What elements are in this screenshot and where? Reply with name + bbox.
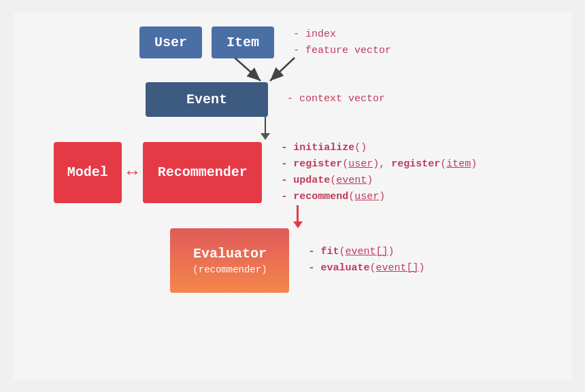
model-box: Model (54, 142, 122, 203)
rec-ann-3: - update(event) (281, 173, 477, 189)
rec-ann-3-kw: - update (281, 175, 330, 186)
arrow-event-to-recommender (261, 117, 270, 140)
diagonal-arrows-svg (197, 56, 333, 85)
eval-ann-2: - evaluate(event[]) (308, 260, 424, 277)
arrow-recommender-to-evaluator (293, 205, 303, 228)
eval-ann-2-kw: - evaluate (308, 262, 369, 274)
eval-ann-1: - fit(event[]) (308, 244, 424, 260)
recommender-annotation: - initialize() - register(user), registe… (281, 140, 477, 205)
svg-line-1 (235, 58, 261, 81)
row-evaluator: Evaluator (recommender) - fit(event[]) -… (105, 228, 424, 293)
diagram-layout: User Item - index - feature vector (54, 26, 478, 293)
evaluator-box: Evaluator (recommender) (170, 228, 289, 293)
eval-ann-2-rest: (event[]) (369, 262, 424, 274)
rec-ann-4: - recommend(user) (281, 189, 477, 205)
evaluator-subtitle: (recommender) (193, 264, 267, 275)
rec-ann-4-kw: - recommend (281, 191, 348, 202)
svg-line-2 (270, 58, 295, 81)
rec-ann-1-kw: - initialize (281, 142, 354, 154)
rec-ann-4-rest: (user) (348, 191, 385, 202)
rec-ann-2-kw: - register (281, 158, 342, 170)
event-ann-1: - context vector (287, 91, 385, 107)
rec-ann-3-rest: (event) (330, 175, 373, 186)
diagonal-arrows (197, 56, 333, 85)
event-box: Event (146, 82, 268, 117)
event-annotation: - context vector (287, 91, 385, 107)
user-box: User (139, 26, 202, 58)
evaluator-title: Evaluator (193, 246, 267, 262)
rec-ann-1-rest: () (354, 142, 367, 154)
rec-ann-1: - initialize() (281, 140, 477, 156)
user-item-ann-1: - index (293, 26, 391, 43)
row-user-item: User Item - index - feature vector (139, 26, 391, 59)
user-item-annotation: - index - feature vector (293, 26, 391, 59)
eval-ann-1-rest: (event[]) (339, 246, 394, 257)
row-event: Event - context vector (146, 82, 385, 117)
item-box: Item (212, 26, 274, 58)
evaluator-annotation: - fit(event[]) - evaluate(event[]) (308, 244, 424, 277)
eval-ann-1-kw: - fit (308, 246, 339, 257)
rec-ann-2-rest: (user), register(item) (342, 158, 477, 170)
row-recommender: Model ↔ Recommender - initialize() - reg… (54, 140, 478, 205)
double-arrow-icon: ↔ (127, 162, 138, 183)
diagram-container: User Item - index - feature vector (14, 13, 571, 380)
recommender-box: Recommender (143, 142, 262, 203)
rec-ann-2: - register(user), register(item) (281, 156, 477, 173)
